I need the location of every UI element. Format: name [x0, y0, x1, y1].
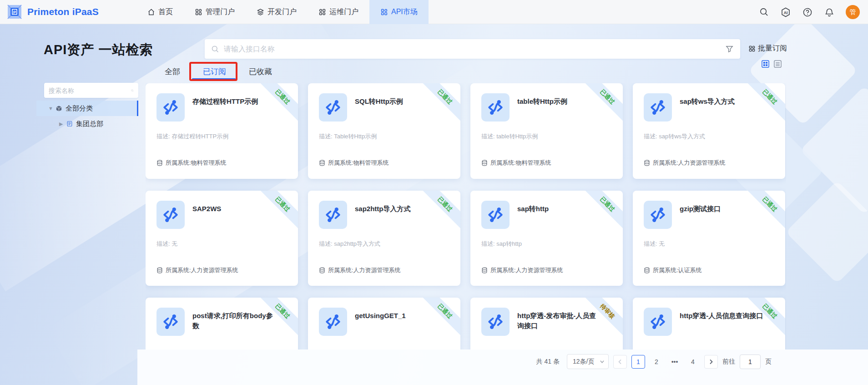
api-icon	[161, 312, 181, 332]
api-icon-tile	[481, 308, 510, 336]
search-icon[interactable]	[131, 87, 134, 94]
api-icon-tile	[644, 93, 672, 122]
status-ribbon-wrap: 待审核	[583, 298, 623, 338]
total-count: 共 41 条	[536, 358, 560, 366]
system-label: 所属系统:人力资源管理系统	[653, 159, 726, 167]
caret-right-icon[interactable]: ▶	[59, 121, 64, 127]
nav-item-home[interactable]: 首页	[136, 0, 184, 24]
page-number-2[interactable]: 2	[650, 355, 663, 369]
bg-cube	[800, 86, 868, 215]
api-description: 描述: sap转ws导入方式	[644, 132, 776, 141]
grid-icon	[380, 8, 388, 16]
database-icon	[481, 160, 488, 166]
sidebar-search-box	[44, 83, 138, 98]
logo[interactable]: P Primeton iPaaS	[6, 4, 129, 20]
status-badge: 已通过	[258, 191, 298, 230]
api-description: 描述: Table转Http示例	[319, 132, 451, 141]
api-card[interactable]: 已通过http穿透-人员信息查询接口	[633, 298, 785, 350]
api-icon-tile	[644, 201, 672, 229]
api-card[interactable]: 已通过table转Http示例描述: table转Http示例所属系统:物料管理…	[470, 83, 623, 179]
api-icon-tile	[644, 308, 672, 336]
status-badge: 已通过	[583, 191, 623, 230]
status-badge: 已通过	[420, 83, 460, 123]
api-card[interactable]: 已通过SAP2WS描述: 无所属系统:人力资源管理系统	[146, 191, 298, 286]
api-card[interactable]: 已通过getUsingGET_1	[308, 298, 460, 350]
api-system: 所属系统:认证系统	[644, 266, 702, 274]
tree-item-group-hq[interactable]: ▶ 集团总部	[36, 116, 138, 132]
api-card[interactable]: 已通过sap转http描述: sap转http所属系统:人力资源管理系统	[470, 191, 623, 286]
api-system: 所属系统:人力资源管理系统	[319, 266, 401, 274]
api-icon	[485, 312, 505, 332]
api-description: 描述: 无	[156, 240, 288, 248]
api-description: 描述: 存储过程转HTTP示例	[156, 132, 288, 141]
page-title: API资产 一站检索	[44, 41, 153, 59]
help-icon[interactable]	[802, 7, 813, 18]
main-nav: 首页 管理门户 开发门户 运维门户 API市场	[136, 0, 429, 24]
system-label: 所属系统:人力资源管理系统	[166, 266, 238, 274]
bg-cube	[786, 181, 868, 284]
tab-subscribed[interactable]: 已订阅	[203, 66, 226, 77]
caret-down-icon[interactable]: ▼	[48, 106, 53, 111]
batch-subscribe-button[interactable]: 批量订阅	[748, 44, 787, 53]
api-card[interactable]: 已通过post请求,打印所有body参数	[146, 298, 298, 350]
list-view-toggle[interactable]	[773, 59, 782, 68]
tab-all[interactable]: 全部	[165, 66, 180, 77]
batch-subscribe-label: 批量订阅	[758, 44, 787, 53]
page-size-select[interactable]: 12条/页	[567, 354, 609, 369]
page-ellipsis[interactable]: •••	[668, 355, 681, 369]
api-card[interactable]: 已通过gzip测试接口描述: 无所属系统:认证系统	[633, 191, 785, 286]
goto-suffix: 页	[765, 358, 772, 366]
nav-item-api-market[interactable]: API市场	[369, 0, 429, 24]
next-page-button[interactable]	[704, 355, 718, 369]
status-ribbon-wrap: 已通过	[745, 298, 785, 338]
nav-label: 开发门户	[267, 7, 297, 17]
nav-label: 运维门户	[329, 7, 358, 17]
system-label: 所属系统:物料管理系统	[490, 159, 551, 167]
svg-text:P: P	[13, 10, 16, 15]
nav-item-admin-portal[interactable]: 管理门户	[184, 0, 246, 24]
api-system: 所属系统:人力资源管理系统	[644, 159, 726, 167]
card-view-toggle[interactable]	[761, 59, 770, 68]
status-ribbon-wrap: 已通过	[420, 298, 460, 338]
api-card[interactable]: 已通过存储过程转HTTP示例描述: 存储过程转HTTP示例所属系统:物料管理系统	[146, 83, 298, 179]
nav-label: 管理门户	[206, 7, 235, 17]
status-badge: 已通过	[745, 298, 785, 337]
nav-item-dev-portal[interactable]: 开发门户	[246, 0, 308, 24]
category-tree: ▼ 全部分类 ▶ 集团总部	[36, 101, 138, 132]
api-description: 描述: sap转http	[481, 240, 613, 248]
notifications-icon[interactable]	[824, 7, 835, 18]
user-avatar[interactable]: 管	[846, 5, 860, 19]
status-ribbon-wrap: 已通过	[583, 83, 623, 123]
status-badge: 已通过	[420, 298, 460, 337]
api-card[interactable]: 待审核http穿透-发布审批-人员查询接口	[470, 298, 623, 350]
tree-item-all-categories[interactable]: ▼ 全部分类	[36, 101, 138, 116]
category-search-input[interactable]	[49, 87, 131, 94]
tree-label: 集团总部	[76, 120, 103, 128]
prev-page-button[interactable]	[613, 355, 627, 369]
system-label: 所属系统:认证系统	[653, 266, 702, 274]
svg-text:AI: AI	[784, 10, 788, 15]
ai-assistant-icon[interactable]: AI	[780, 7, 791, 18]
api-card[interactable]: 已通过SQL转Http示例描述: Table转Http示例所属系统:物料管理系统	[308, 83, 460, 179]
api-description: 描述: sap2http导入方式	[319, 240, 451, 248]
filter-icon[interactable]	[725, 45, 734, 53]
api-card[interactable]: 已通过sap转ws导入方式描述: sap转ws导入方式所属系统:人力资源管理系统	[633, 83, 785, 179]
page-number-4[interactable]: 4	[686, 355, 700, 369]
status-ribbon-wrap: 已通过	[420, 191, 460, 231]
database-icon	[644, 160, 650, 166]
header-actions: AI 管	[758, 0, 860, 24]
api-icon-tile	[319, 93, 347, 122]
tab-favorites[interactable]: 已收藏	[249, 66, 272, 77]
api-icon	[323, 97, 343, 117]
api-search-input[interactable]	[224, 45, 725, 53]
api-icon-tile	[319, 201, 347, 229]
goto-page-input[interactable]	[740, 355, 761, 369]
api-card[interactable]: 已通过sap2http导入方式描述: sap2http导入方式所属系统:人力资源…	[308, 191, 460, 286]
page-number-1[interactable]: 1	[631, 355, 645, 369]
database-icon	[319, 267, 325, 274]
active-tab-underline	[192, 78, 236, 80]
search-icon[interactable]	[758, 7, 769, 18]
nav-item-ops-portal[interactable]: 运维门户	[308, 0, 369, 24]
chevron-right-icon	[708, 359, 714, 365]
api-system: 所属系统:物料管理系统	[156, 159, 227, 167]
